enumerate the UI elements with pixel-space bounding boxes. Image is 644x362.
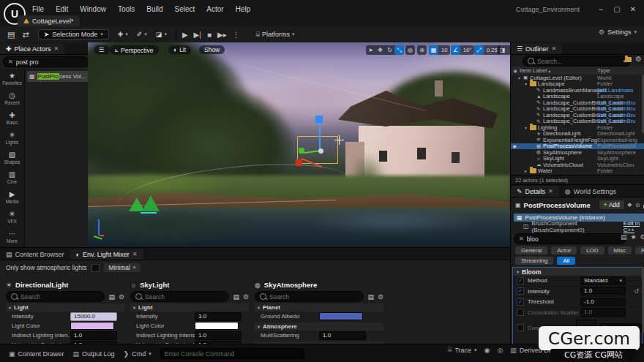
display-filter-icon[interactable]: ▤ bbox=[621, 233, 627, 241]
tab-outliner[interactable]: ☰ Outliner ✕ bbox=[511, 43, 562, 54]
sidebar-item-vfx[interactable]: ✳VFX bbox=[0, 207, 24, 227]
outliner-search[interactable]: ▾ bbox=[523, 56, 631, 67]
add-component-button[interactable]: +Add bbox=[599, 200, 624, 209]
property-value-input[interactable]: -1.0 bbox=[580, 298, 626, 306]
close-icon[interactable]: ✕ bbox=[132, 251, 138, 257]
menu-file[interactable]: File bbox=[26, 5, 50, 13]
property-checkbox[interactable]: ✓ bbox=[517, 298, 524, 306]
mixer-search-input[interactable] bbox=[269, 293, 359, 301]
tab-details[interactable]: ✎ Details ✕ bbox=[511, 186, 559, 197]
play-button[interactable]: ▶ bbox=[182, 31, 188, 39]
section-planet[interactable]: ▾Planet bbox=[255, 303, 383, 312]
property-checkbox[interactable] bbox=[517, 324, 524, 331]
mixer-search[interactable] bbox=[6, 291, 105, 302]
column-settings-icon[interactable]: ⚙ bbox=[378, 293, 383, 301]
display-filter-icon[interactable]: ▤ bbox=[367, 293, 374, 301]
filter-chip-general[interactable]: General bbox=[515, 246, 547, 254]
filter-chip-misc[interactable]: Misc bbox=[608, 246, 632, 254]
maximize-button[interactable]: ▢ bbox=[612, 4, 622, 15]
scale-snap-control[interactable]: ⤢ 0.25 bbox=[474, 45, 501, 55]
atmospheric-filter-checkbox[interactable] bbox=[91, 264, 100, 272]
details-search-input[interactable] bbox=[527, 235, 621, 243]
property-dropdown[interactable]: Standard▾ bbox=[580, 276, 626, 285]
property-checkbox[interactable]: ✓ bbox=[517, 287, 524, 295]
expander-icon[interactable]: ▾ bbox=[525, 125, 530, 130]
edit-in-cpp-link[interactable]: Edit in C++ bbox=[624, 220, 644, 233]
menu-build[interactable]: Build bbox=[141, 5, 168, 13]
sidebar-item-cine[interactable]: ▥Cine bbox=[0, 167, 24, 187]
property-checkbox[interactable]: ✓ bbox=[517, 277, 524, 284]
new-folder-icon[interactable] bbox=[625, 56, 632, 64]
outliner-row[interactable]: ▲LandscapeLandscape bbox=[511, 94, 644, 100]
play-options-kebab-icon[interactable]: ⋮ bbox=[233, 31, 240, 39]
tab-env-light-mixer[interactable]: ◐ Env. Light Mixer ✕ bbox=[70, 249, 143, 260]
gizmo-z-handle[interactable] bbox=[315, 116, 323, 123]
skip-button[interactable]: ▶| bbox=[194, 31, 201, 39]
section-atmosphere[interactable]: ▾Atmosphere bbox=[255, 323, 383, 331]
rotate-tool-icon[interactable]: ↻ bbox=[385, 45, 394, 55]
type-column[interactable]: Type bbox=[597, 67, 610, 74]
filter-chip-rendering[interactable]: Rendering bbox=[635, 246, 644, 254]
section-light[interactable]: ▾Light bbox=[130, 303, 249, 312]
filter-chip-lod[interactable]: LOD bbox=[580, 246, 604, 254]
outliner-row[interactable]: ☀DirectionalLightDirectionalLight bbox=[511, 131, 644, 137]
tab-content-browser[interactable]: ▤ Content Browser bbox=[0, 249, 70, 260]
outliner-row[interactable]: ▾LightingFolder bbox=[511, 124, 644, 131]
filter-chip-streaming[interactable]: Streaming bbox=[515, 257, 553, 265]
menu-help[interactable]: Help bbox=[230, 5, 257, 13]
output-log-button[interactable]: ▤ Output Log bbox=[73, 350, 115, 358]
save-icon[interactable]: ▤ bbox=[7, 30, 15, 39]
selection-mode-dropdown[interactable]: ➤ Selection Mode ▾ bbox=[38, 29, 109, 39]
gizmo-center-handle[interactable] bbox=[318, 148, 323, 154]
perspective-dropdown[interactable]: ⟀ Perspective bbox=[110, 45, 159, 55]
bloom-section-header[interactable]: ▾ Bloom bbox=[513, 268, 642, 276]
trace-dropdown[interactable]: ⌸ Trace▾ bbox=[448, 346, 477, 354]
close-icon[interactable]: ✕ bbox=[552, 45, 557, 52]
insights-icon[interactable]: ◉ bbox=[484, 347, 490, 354]
mixer-value-input[interactable]: 3.0 bbox=[195, 312, 242, 321]
mixer-value-input[interactable]: 1.0 bbox=[70, 331, 117, 340]
section-light[interactable]: ▾Light bbox=[6, 303, 124, 312]
close-icon[interactable]: ✕ bbox=[548, 188, 553, 195]
outliner-row[interactable]: ☼SkyLightSkyLight bbox=[511, 156, 644, 162]
filter-chip-actor[interactable]: Actor bbox=[551, 246, 577, 254]
mixer-value-input[interactable]: 1.0 bbox=[195, 331, 242, 340]
level-asset-tab[interactable]: CottageLevel* bbox=[18, 15, 80, 26]
column-settings-icon[interactable]: ⚙ bbox=[119, 293, 124, 301]
sidebar-item-shapes[interactable]: ▧Shapes bbox=[0, 148, 24, 167]
sidebar-item-basic[interactable]: ✚Basic bbox=[0, 108, 24, 128]
mixer-search[interactable] bbox=[255, 291, 364, 302]
info-icon[interactable]: ⊙ bbox=[635, 202, 640, 208]
place-actors-result-postprocess-volume[interactable]: ▦ PostProcess Vol... bbox=[27, 71, 90, 82]
camera-speed-control[interactable]: ◨ 3 bbox=[498, 45, 510, 55]
menu-actor[interactable]: Actor bbox=[201, 5, 229, 13]
component-view-icon[interactable]: ❖ bbox=[627, 202, 632, 208]
visibility-eye-icon[interactable]: ◉ bbox=[511, 143, 518, 148]
menu-edit[interactable]: Edit bbox=[50, 5, 74, 13]
rotation-snap-control[interactable]: ∠ 10° bbox=[451, 45, 474, 55]
sidebar-item-more[interactable]: ⋯More bbox=[0, 227, 24, 246]
move-tool-icon[interactable]: ✥ bbox=[375, 45, 385, 55]
settings-dropdown[interactable]: ⚙ Settings ▾ bbox=[599, 29, 637, 36]
expander-icon[interactable]: ▸ bbox=[525, 168, 530, 173]
session-icon[interactable]: ◎ bbox=[497, 347, 503, 354]
sidebar-item-media[interactable]: ▶Media bbox=[0, 187, 24, 207]
outliner-row[interactable]: ▾LandscapeFolder bbox=[511, 81, 644, 88]
show-dropdown[interactable]: Show bbox=[199, 45, 225, 54]
outliner-row[interactable]: ✎LandmassBrushManager1Edit Landmass bbox=[511, 87, 644, 94]
blueprints-button[interactable]: ✐▾ bbox=[137, 31, 147, 38]
stop-button[interactable]: ■ bbox=[207, 31, 211, 39]
outliner-row[interactable]: ✎Landscape_CustomBrush_LandiEdit CustomB… bbox=[511, 112, 644, 118]
menu-window[interactable]: Window bbox=[74, 5, 112, 13]
property-value-input[interactable]: 1.0 bbox=[580, 308, 626, 317]
mixer-search-input[interactable] bbox=[145, 293, 224, 301]
mixer-search[interactable] bbox=[130, 291, 229, 302]
reset-to-default-icon[interactable]: ↺ bbox=[634, 288, 639, 295]
display-filter-icon[interactable]: ▤ bbox=[233, 293, 239, 301]
place-actors-search-input[interactable] bbox=[16, 59, 84, 66]
outliner-row[interactable]: ≋ExponentialHeightFogExponentialHeig bbox=[511, 137, 644, 143]
clear-search-icon[interactable]: ✕ bbox=[519, 235, 524, 242]
tab-place-actors[interactable]: ✚ Place Actors ✕ bbox=[0, 43, 64, 54]
level-viewport[interactable]: ☰ ⟀ Perspective ◐ Lit Show ➤ ✥ ↻ ⤡ ◍ ⊕ ▦… bbox=[88, 42, 510, 247]
cmd-dropdown[interactable]: ❯ Cmd▾ bbox=[124, 350, 151, 358]
